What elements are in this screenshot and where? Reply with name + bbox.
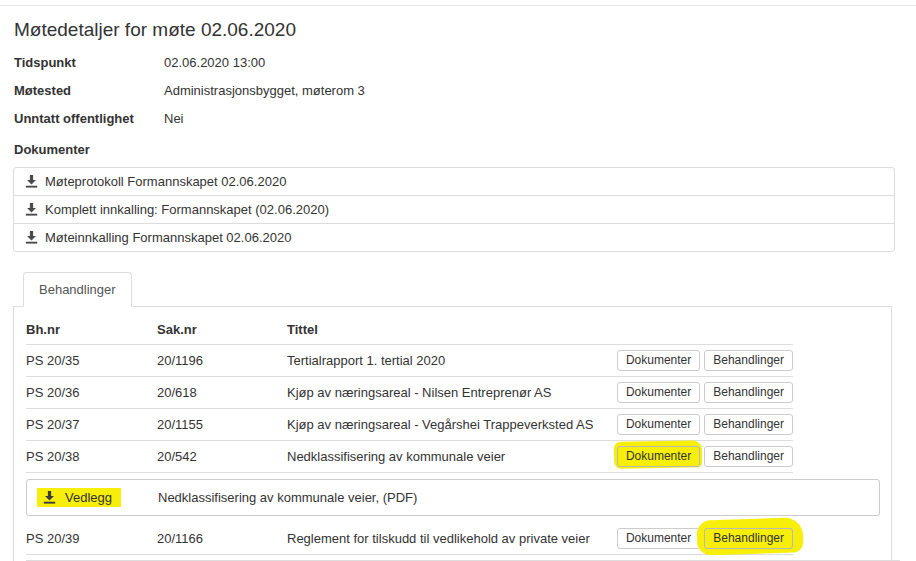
yellow-highlight-marker: Dokumenter <box>617 446 700 467</box>
tab-behandlinger[interactable]: Behandlinger <box>23 272 132 307</box>
cell-bhnr: PS 20/35 <box>26 353 157 368</box>
yellow-highlight-marker: Behandlinger <box>704 528 793 549</box>
detail-label: Møtested <box>14 83 164 98</box>
detail-value: Administrasjonsbygget, møterom 3 <box>164 83 365 98</box>
table-row: PS 20/38 20/542 Nedklassifisering av kom… <box>26 441 793 473</box>
dokumenter-button[interactable]: Dokumenter <box>617 382 700 403</box>
table-row: PS 20/35 20/1196 Tertialrapport 1. terti… <box>26 345 793 377</box>
page-content: Møtedetaljer for møte 02.06.2020 Tidspun… <box>0 19 916 561</box>
detail-row-tidspunkt: Tidspunkt 02.06.2020 13:00 <box>13 55 895 70</box>
detail-value: Nei <box>164 111 184 126</box>
page-title: Møtedetaljer for møte 02.06.2020 <box>14 19 895 41</box>
cell-tittel: Kjøp av næringsareal - Nilsen Entreprenø… <box>287 385 617 400</box>
document-download-link[interactable]: Møteprotokoll Formannskapet 02.06.2020 <box>13 167 895 196</box>
document-download-link[interactable]: Møteinnkalling Formannskapet 02.06.2020 <box>13 223 895 252</box>
cell-saknr: 20/1155 <box>157 417 287 432</box>
table-row: PS 20/36 20/618 Kjøp av næringsareal - N… <box>26 377 793 409</box>
cell-tittel: Kjøp av næringsareal - Vegårshei Trappev… <box>287 417 617 432</box>
dokumenter-button-highlighted[interactable]: Dokumenter <box>617 446 700 467</box>
cases-table: Bh.nr Sak.nr Tittel PS 20/35 20/1196 Ter… <box>26 318 793 555</box>
detail-value: 02.06.2020 13:00 <box>164 55 265 70</box>
download-icon <box>25 231 38 244</box>
behandlinger-button[interactable]: Behandlinger <box>704 350 793 371</box>
attachment-label: Vedlegg <box>65 490 112 505</box>
cases-table-header: Bh.nr Sak.nr Tittel <box>26 318 793 345</box>
cell-saknr: 20/618 <box>157 385 287 400</box>
table-row: PS 20/39 20/1166 Reglement for tilskudd … <box>26 523 793 555</box>
cell-bhnr: PS 20/36 <box>26 385 157 400</box>
behandlinger-button[interactable]: Behandlinger <box>704 382 793 403</box>
cell-bhnr: PS 20/38 <box>26 449 157 464</box>
download-icon <box>25 203 38 216</box>
document-download-link[interactable]: Komplett innkalling: Formannskapet (02.0… <box>13 195 895 224</box>
cell-saknr: 20/1196 <box>157 353 287 368</box>
detail-label: Unntatt offentlighet <box>14 111 164 126</box>
document-title: Komplett innkalling: Formannskapet (02.0… <box>45 202 329 217</box>
header-saknr: Sak.nr <box>157 322 287 337</box>
detail-row-motested: Møtested Administrasjonsbygget, møterom … <box>13 83 895 98</box>
attachment-download-link[interactable]: Vedlegg <box>37 488 121 507</box>
top-divider <box>0 5 916 6</box>
dokumenter-button[interactable]: Dokumenter <box>617 528 700 549</box>
download-icon <box>25 175 38 188</box>
document-title: Møteprotokoll Formannskapet 02.06.2020 <box>45 174 286 189</box>
attachment-title: Nedklassifisering av kommunale veier, (P… <box>158 490 417 505</box>
cell-tittel: Tertialrapport 1. tertial 2020 <box>287 353 617 368</box>
cell-bhnr: PS 20/37 <box>26 417 157 432</box>
download-icon <box>43 491 56 504</box>
dokumenter-button[interactable]: Dokumenter <box>617 414 700 435</box>
cell-tittel: Reglement for tilskudd til vedlikehold a… <box>287 531 617 546</box>
tab-bar: Behandlinger <box>13 272 895 306</box>
documents-section-label: Dokumenter <box>14 142 895 157</box>
header-bhnr: Bh.nr <box>26 322 157 337</box>
behandlinger-button-highlighted[interactable]: Behandlinger <box>704 528 793 549</box>
document-list: Møteprotokoll Formannskapet 02.06.2020 K… <box>13 167 895 252</box>
detail-label: Tidspunkt <box>14 55 164 70</box>
detail-row-unntatt-offentlighet: Unntatt offentlighet Nei <box>13 111 895 126</box>
attachment-panel: Vedlegg Nedklassifisering av kommunale v… <box>26 479 880 516</box>
cell-saknr: 20/542 <box>157 449 287 464</box>
cell-saknr: 20/1166 <box>157 531 287 546</box>
cell-bhnr: PS 20/39 <box>26 531 157 546</box>
behandlinger-button[interactable]: Behandlinger <box>704 446 793 467</box>
document-title: Møteinnkalling Formannskapet 02.06.2020 <box>45 230 291 245</box>
cell-tittel: Nedklassifisering av kommunale veier <box>287 449 617 464</box>
header-tittel: Tittel <box>287 322 793 337</box>
behandlinger-button[interactable]: Behandlinger <box>704 414 793 435</box>
table-row: PS 20/37 20/1155 Kjøp av næringsareal - … <box>26 409 793 441</box>
behandlinger-panel: Bh.nr Sak.nr Tittel PS 20/35 20/1196 Ter… <box>13 306 892 561</box>
dokumenter-button[interactable]: Dokumenter <box>617 350 700 371</box>
